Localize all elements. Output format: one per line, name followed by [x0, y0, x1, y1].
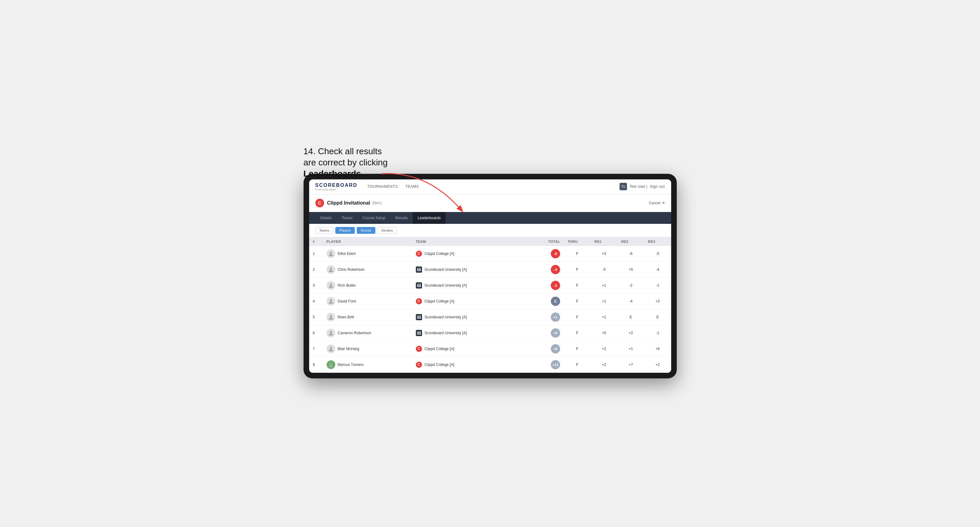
user-avatar: TU	[619, 183, 627, 190]
rd3-cell: E	[644, 309, 671, 325]
rd1-cell: +1	[590, 309, 617, 325]
tablet-frame: SCOREBOARD Powered by clippd TOURNAMENTS…	[304, 174, 677, 378]
svg-point-1	[330, 252, 332, 254]
table-row: 3Rich ButlerScoreboard University [A]-2F…	[309, 277, 671, 293]
close-icon: ✕	[662, 201, 665, 205]
player-cell: Elliot Ebert	[323, 246, 412, 262]
player-name: Cameron Robertson	[338, 331, 371, 335]
table-row: 4David FordCClippd College [A]EF+1-4+3	[309, 293, 671, 309]
cancel-button[interactable]: Cancel ✕	[649, 201, 665, 205]
player-name: Blair McHarg	[338, 347, 359, 351]
rd3-cell: -1	[644, 325, 671, 341]
team-cell: Scoreboard University [A]	[412, 277, 528, 293]
filter-scores[interactable]: Scores	[357, 227, 375, 234]
rd2-cell: +5	[617, 262, 644, 277]
rank-cell: 8	[309, 357, 323, 373]
svg-point-6	[330, 331, 332, 333]
rd2-cell: +7	[617, 357, 644, 373]
table-row: 1Elliot EbertCClippd College [A]-8F+3-6-…	[309, 246, 671, 262]
total-cell: -4	[528, 262, 564, 277]
table-row: 5Rees BrittScoreboard University [A]+1F+…	[309, 309, 671, 325]
team-cell: CClippd College [A]	[412, 357, 528, 373]
thru-cell: F	[564, 277, 590, 293]
rank-cell: 2	[309, 262, 323, 277]
tournament-gender: (Men)	[372, 201, 382, 205]
leaderboard-table-container: # PLAYER TEAM TOTAL THRU RD1 RD2 RD3 1El…	[309, 237, 671, 373]
filter-strokes[interactable]: Strokes	[377, 227, 397, 234]
team-name: Clippd College [A]	[425, 347, 454, 351]
col-header-total: TOTAL	[528, 237, 564, 246]
tab-results[interactable]: Results	[390, 212, 413, 224]
player-name: Marcus Turners	[338, 362, 364, 367]
col-header-thru: THRU	[564, 237, 590, 246]
tournament-title: Clippd Invitational	[327, 200, 371, 206]
rank-cell: 6	[309, 325, 323, 341]
signout-button[interactable]: Sign out	[650, 184, 665, 189]
thru-cell: F	[564, 325, 590, 341]
svg-point-4	[330, 299, 332, 301]
filter-players[interactable]: Players	[335, 227, 355, 234]
team-name: Scoreboard University [A]	[425, 283, 467, 287]
svg-point-8	[330, 362, 332, 365]
tab-teams[interactable]: Teams	[337, 212, 357, 224]
player-avatar	[326, 281, 335, 290]
team-cell: Scoreboard University [A]	[412, 262, 528, 277]
team-logo-scoreboard	[416, 330, 422, 336]
tab-details[interactable]: Details	[315, 212, 337, 224]
team-name: Scoreboard University [A]	[425, 315, 467, 319]
thru-cell: F	[564, 309, 590, 325]
table-row: 6Cameron RobertsonScoreboard University …	[309, 325, 671, 341]
team-name: Scoreboard University [A]	[425, 267, 467, 272]
col-header-team: TEAM	[412, 237, 528, 246]
instruction-line2: are correct by clicking	[304, 158, 388, 167]
nav-teams[interactable]: TEAMS	[405, 184, 419, 189]
col-header-rank: #	[309, 237, 323, 246]
filter-bar: Teams Players Scores Strokes	[309, 224, 671, 237]
team-name: Clippd College [A]	[425, 252, 454, 256]
player-cell: Marcus Turners	[323, 357, 412, 373]
total-cell: +11	[528, 357, 564, 373]
score-badge: E	[551, 297, 560, 306]
score-badge: +6	[551, 328, 560, 338]
rd1-cell: +2	[590, 357, 617, 373]
team-name: Scoreboard University [A]	[425, 331, 467, 335]
rd1-cell: +5	[590, 325, 617, 341]
rd2-cell: -6	[617, 246, 644, 262]
rank-cell: 3	[309, 277, 323, 293]
rd1-cell: +1	[590, 293, 617, 309]
team-cell: CClippd College [A]	[412, 341, 528, 357]
instruction-line3: Leaderboards.	[304, 169, 364, 178]
player-cell: Blair McHarg	[323, 341, 412, 357]
score-badge: -2	[551, 281, 560, 290]
svg-point-2	[330, 267, 332, 270]
team-name: Clippd College [A]	[425, 362, 454, 367]
thru-cell: F	[564, 262, 590, 277]
team-cell: Scoreboard University [A]	[412, 325, 528, 341]
team-logo-clippd: C	[416, 298, 422, 305]
leaderboard-table: # PLAYER TEAM TOTAL THRU RD1 RD2 RD3 1El…	[309, 237, 671, 373]
rd1-cell: -5	[590, 262, 617, 277]
user-name: Test User |	[630, 184, 647, 189]
tab-course-setup[interactable]: Course Setup	[358, 212, 390, 224]
rd2-cell: +2	[617, 325, 644, 341]
nav-tournaments[interactable]: TOURNAMENTS	[367, 184, 398, 189]
tab-leaderboards[interactable]: Leaderboards	[413, 212, 446, 224]
instruction-text: 14. Check all results are correct by cli…	[304, 146, 388, 180]
table-header-row: # PLAYER TEAM TOTAL THRU RD1 RD2 RD3	[309, 237, 671, 246]
team-logo-clippd: C	[416, 346, 422, 352]
filter-teams[interactable]: Teams	[315, 227, 333, 234]
thru-cell: F	[564, 341, 590, 357]
logo-sub: Powered by clippd	[315, 188, 358, 191]
total-cell: +9	[528, 341, 564, 357]
player-cell: Chris Robertson	[323, 262, 412, 277]
team-cell: CClippd College [A]	[412, 246, 528, 262]
player-name: David Ford	[338, 299, 356, 303]
rd3-cell: +2	[644, 357, 671, 373]
player-name: Rich Butler	[338, 283, 356, 287]
score-badge: -8	[551, 249, 560, 259]
tournament-logo: C	[315, 199, 324, 207]
player-name: Elliot Ebert	[338, 252, 356, 256]
total-cell: -2	[528, 277, 564, 293]
player-avatar	[326, 344, 335, 353]
team-logo-scoreboard	[416, 282, 422, 289]
